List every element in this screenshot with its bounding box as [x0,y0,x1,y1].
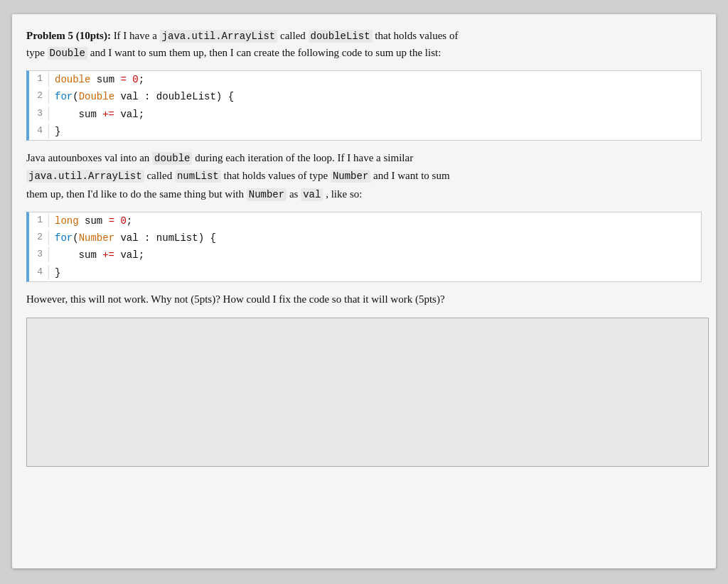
code-line-1-2: 2 for(Double val : doubleList) { [29,88,701,105]
mid-line2-post: that holds values of type [224,170,331,181]
code-block-1: 1 double sum = 0; 2 for(Double val : dou… [26,70,702,141]
mid-line3-pre: them up, then I'd like to do the same th… [26,188,244,200]
line-content-1-2: for(Double val : doubleList) { [55,89,234,104]
footer-text: However, this will not work. Why not (5p… [26,291,702,308]
answer-box[interactable] [26,318,709,467]
line-content-1-1: double sum = 0; [55,72,144,87]
called-text: called [280,30,309,41]
mid-line2-mid: called [146,170,175,181]
mid-line3-code2: val [301,188,323,201]
line-content-2-3: sum += val; [55,247,144,263]
mid-line3-post: , like so: [326,188,362,200]
code-line-2-3: 3 sum += val; [29,247,701,264]
mid-line2-code3: Number [331,170,370,183]
suffix1-text: that holds values of [375,30,458,41]
problem-header: Problem 5 (10pts): [26,30,111,41]
line-num-2-4: 4 [29,265,49,280]
line-num-1-2: 2 [29,89,49,104]
line-num-1-3: 3 [29,107,49,121]
line-content-1-3: sum += val; [55,107,144,122]
line-num-1-1: 1 [29,72,49,87]
intro-text: If I have a [114,30,160,41]
line-num-2-3: 3 [29,247,49,262]
type1-inline: Double [48,47,87,60]
mid-line1-code: double [152,152,192,165]
middle-paragraph: Java autounboxes val into an double duri… [26,149,702,202]
line-num-1-4: 4 [29,124,49,139]
mid-line1-post: during each iteration of the loop. If I … [195,152,413,163]
mid-line1-pre: Java autounboxes val into an [26,152,149,163]
code-line-1-1: 1 double sum = 0; [29,71,701,88]
class1-inline: java.util.ArrayList [160,30,278,43]
code-line-2-2: 2 for(Number val : numList) { [29,229,701,247]
code-line-2-4: 4 } [29,264,701,281]
type-label: type [26,47,45,58]
line-num-2-2: 2 [29,230,49,245]
mid-line3-code1: Number [247,188,287,201]
line-num-2-1: 1 [29,213,49,228]
mid-line2-end: and I want to sum [373,170,449,181]
mid-line2-code1: java.util.ArrayList [26,170,144,183]
page-container: Problem 5 (10pts): If I have a java.util… [12,14,716,568]
mid-line3-mid: as [289,188,301,200]
problem-paragraph: Problem 5 (10pts): If I have a java.util… [26,27,702,62]
mid-line2-code2: numList [175,170,221,183]
and-text: and I want to sum them up, then I can cr… [90,47,441,58]
code-line-1-4: 4 } [29,123,701,140]
line-content-2-1: long sum = 0; [55,213,132,229]
var1-inline: doubleList [309,30,373,43]
code-line-2-1: 1 long sum = 0; [29,212,701,229]
line-content-1-4: } [55,124,60,139]
code-line-1-3: 3 sum += val; [29,106,701,123]
line-content-2-2: for(Number val : numList) { [55,230,216,246]
line-content-2-4: } [55,265,60,281]
code-block-2: 1 long sum = 0; 2 for(Number val : numLi… [26,212,702,283]
